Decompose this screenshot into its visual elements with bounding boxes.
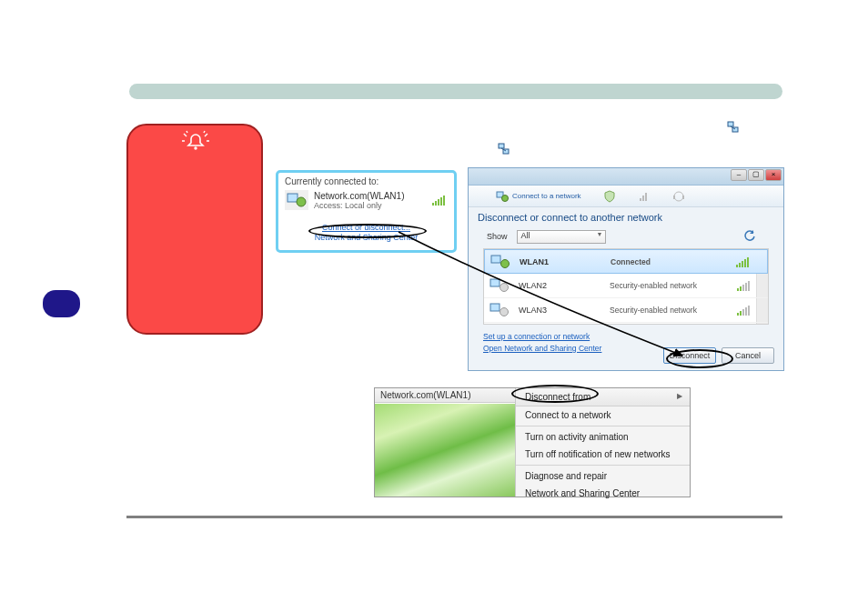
dialog-titlebar[interactable]: – ▢ × bbox=[469, 168, 783, 186]
toolbar-connect-item[interactable]: Connect to a network bbox=[496, 190, 581, 203]
network-item[interactable]: WLAN3 Security-enabled network bbox=[484, 298, 768, 323]
disconnect-button[interactable]: Disconnect bbox=[663, 347, 716, 364]
headset-icon bbox=[672, 190, 685, 203]
svg-rect-15 bbox=[673, 196, 675, 199]
svg-rect-0 bbox=[728, 122, 733, 126]
show-select[interactable]: All bbox=[517, 230, 606, 244]
taskbar-context-menu: Network.com(WLAN1) Disconnect from Conne… bbox=[374, 387, 691, 497]
svg-rect-19 bbox=[490, 279, 500, 286]
menu-separator bbox=[516, 465, 690, 466]
tooltip-network-name: Network.com(WLAN1) bbox=[314, 191, 404, 201]
network-icon bbox=[490, 302, 510, 318]
svg-rect-16 bbox=[682, 196, 684, 199]
svg-point-10 bbox=[502, 195, 509, 201]
network-tooltip: Currently connected to: Network.com(WLAN… bbox=[276, 170, 457, 253]
network-globe-icon bbox=[285, 190, 308, 210]
signal-bars-icon bbox=[737, 305, 750, 316]
network-item[interactable]: WLAN2 Security-enabled network bbox=[484, 274, 768, 298]
menu-turn-off-notifications[interactable]: Turn off notification of new networks bbox=[516, 446, 690, 463]
minimize-button[interactable]: – bbox=[731, 169, 747, 181]
svg-point-22 bbox=[500, 308, 509, 316]
svg-rect-13 bbox=[645, 193, 647, 201]
setup-connection-link[interactable]: Set up a connection or network bbox=[483, 331, 769, 343]
svg-point-18 bbox=[501, 259, 510, 267]
svg-rect-11 bbox=[640, 198, 641, 201]
maximize-button[interactable]: ▢ bbox=[748, 169, 764, 181]
menu-disconnect-from[interactable]: Disconnect from bbox=[516, 388, 690, 406]
network-globe-icon bbox=[496, 190, 509, 203]
signal-bars-icon bbox=[432, 195, 445, 206]
refresh-icon[interactable] bbox=[743, 229, 756, 244]
footer-divider bbox=[126, 516, 782, 518]
shield-icon bbox=[603, 190, 616, 203]
warning-callout bbox=[126, 124, 263, 335]
svg-point-8 bbox=[297, 197, 306, 206]
signal-bars-icon bbox=[736, 256, 749, 267]
tooltip-title: Currently connected to: bbox=[278, 173, 454, 188]
cancel-button[interactable]: Cancel bbox=[722, 347, 774, 364]
annotation-oval bbox=[308, 224, 427, 238]
taskbar-network-icon bbox=[727, 121, 740, 134]
signal-bars-icon bbox=[737, 280, 750, 291]
svg-rect-3 bbox=[499, 144, 504, 148]
toolbar-item[interactable] bbox=[638, 190, 651, 203]
signal-icon bbox=[638, 190, 651, 203]
menu-activity-animation[interactable]: Turn on activity animation bbox=[516, 428, 690, 446]
section-header-bar bbox=[129, 84, 782, 99]
network-list: WLAN1 Connected WLAN2 Security-enabled n… bbox=[483, 248, 769, 325]
svg-rect-12 bbox=[642, 196, 644, 201]
network-icon bbox=[490, 254, 510, 270]
network-icon bbox=[490, 277, 510, 294]
toolbar-item[interactable] bbox=[672, 190, 685, 203]
menu-sharing-center[interactable]: Network and Sharing Center bbox=[516, 485, 690, 502]
desktop-wallpaper-preview bbox=[375, 404, 515, 497]
network-item[interactable]: WLAN1 Connected bbox=[484, 249, 768, 274]
svg-point-6 bbox=[194, 146, 197, 149]
alarm-bell-icon bbox=[182, 130, 209, 152]
close-button[interactable]: × bbox=[765, 169, 782, 181]
tooltip-access-line: Access: Local only bbox=[314, 201, 404, 210]
page-badge bbox=[43, 290, 80, 317]
dialog-toolbar: Connect to a network bbox=[469, 186, 783, 207]
annotation-oval bbox=[511, 385, 599, 403]
svg-point-20 bbox=[500, 284, 509, 292]
menu-separator bbox=[516, 426, 690, 426]
taskbar-network-icon bbox=[498, 143, 510, 156]
show-label: Show bbox=[487, 232, 508, 241]
svg-rect-7 bbox=[288, 194, 298, 202]
svg-rect-17 bbox=[491, 256, 500, 263]
menu-connect-network[interactable]: Connect to a network bbox=[516, 406, 690, 424]
menu-diagnose-repair[interactable]: Diagnose and repair bbox=[516, 467, 690, 485]
svg-rect-21 bbox=[490, 304, 500, 311]
svg-point-14 bbox=[674, 192, 683, 201]
toolbar-item[interactable] bbox=[603, 190, 616, 203]
connect-network-dialog: – ▢ × Connect to a network Disconnect or… bbox=[468, 167, 784, 371]
context-network-label: Network.com(WLAN1) bbox=[375, 388, 515, 403]
dialog-heading: Disconnect or connect to another network bbox=[469, 207, 783, 229]
